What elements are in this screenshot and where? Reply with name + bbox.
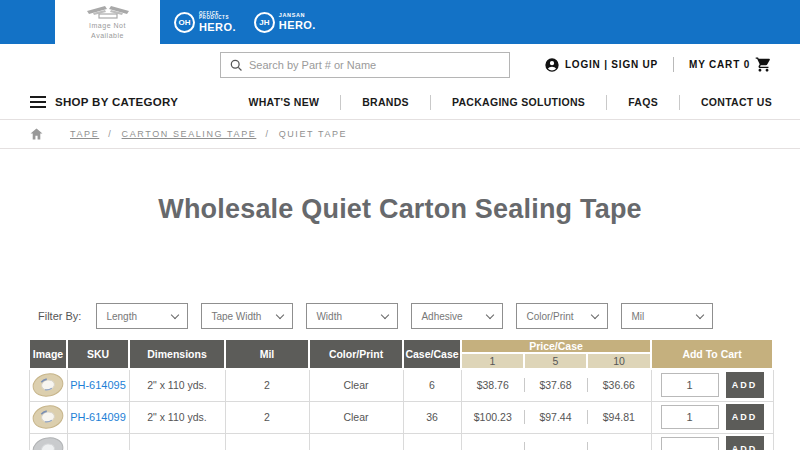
product-image[interactable]: [30, 404, 67, 430]
jansan-badge: JH: [254, 12, 275, 33]
user-icon: [544, 57, 560, 73]
filter-color-print[interactable]: Color/Print: [516, 303, 608, 329]
cell-dimensions: [129, 433, 225, 450]
filter-mil[interactable]: Mil: [621, 303, 713, 329]
filter-row: Filter By: Length Tape Width Width Adhes…: [0, 303, 800, 329]
filter-by-label: Filter By:: [38, 310, 81, 322]
search-input[interactable]: [249, 59, 501, 71]
quantity-input[interactable]: [661, 437, 719, 450]
shop-by-category-label: SHOP BY CATEGORY: [55, 96, 178, 108]
oph-badge: OH: [174, 12, 195, 33]
oph-line2: PRODUCTS: [199, 16, 236, 21]
nav-faqs[interactable]: FAQS: [607, 96, 679, 108]
product-image[interactable]: [30, 436, 67, 450]
filter-length[interactable]: Length: [96, 303, 188, 329]
quantity-input[interactable]: [661, 405, 719, 429]
header-row: LOGIN | SIGN UP MY CART 0: [0, 44, 800, 85]
home-icon[interactable]: [30, 128, 43, 140]
cart-icon: [755, 56, 772, 73]
cell-case-case: [403, 433, 461, 450]
top-brand-bar: Image Not Available OH OFFICE PRODUCTS H…: [0, 0, 800, 44]
table-row: PH-614099 2" x 110 yds. 2 Clear 36 $100.…: [29, 401, 773, 433]
col-case-case: Case/Case: [403, 339, 461, 369]
crumb-carton-sealing-tape[interactable]: CARTON SEALING TAPE: [122, 129, 257, 139]
breadcrumb-bar: TAPE / CARTON SEALING TAPE / QUIET TAPE: [0, 119, 800, 149]
filter-adhesive[interactable]: Adhesive: [411, 303, 503, 329]
chevron-down-icon: [171, 310, 179, 318]
filter-width[interactable]: Width: [306, 303, 398, 329]
cell-case-case: 36: [403, 401, 461, 433]
quantity-input[interactable]: [661, 373, 719, 397]
product-image[interactable]: [30, 372, 67, 398]
sku-link[interactable]: PH-614095: [70, 379, 126, 391]
office-products-hero-logo[interactable]: OH OFFICE PRODUCTS HERO.: [174, 12, 236, 33]
crumb-quiet-tape: QUIET TAPE: [279, 129, 348, 139]
cell-dimensions: 2" x 110 yds.: [129, 369, 225, 401]
filter-tape-width[interactable]: Tape Width: [201, 303, 293, 329]
cell-mil: 2: [225, 369, 309, 401]
jansan-hero-logo[interactable]: JH JANSAN HERO.: [254, 12, 316, 33]
cell-dimensions: 2" x 110 yds.: [129, 401, 225, 433]
add-button[interactable]: ADD: [726, 404, 764, 430]
cell-price-1: $38.76: [461, 369, 524, 401]
open-box-icon: [85, 4, 131, 20]
login-signup-link[interactable]: LOGIN | SIGN UP: [544, 57, 658, 73]
chevron-down-icon: [276, 310, 284, 318]
login-signup-label: LOGIN | SIGN UP: [565, 59, 658, 70]
my-cart-label: MY CART 0: [689, 59, 750, 70]
cell-mil: 2: [225, 401, 309, 433]
crumb-tape[interactable]: TAPE: [70, 129, 99, 139]
cell-mil: [225, 433, 309, 450]
col-color-print: Color/Print: [309, 339, 403, 369]
cell-color-print: [309, 433, 403, 450]
page-title: Wholesale Quiet Carton Sealing Tape: [0, 194, 800, 225]
col-dimensions: Dimensions: [129, 339, 225, 369]
cell-price-1: [461, 433, 524, 450]
site-logo[interactable]: Image Not Available: [55, 0, 160, 44]
breadcrumb: TAPE / CARTON SEALING TAPE / QUIET TAPE: [70, 129, 347, 139]
cell-price-5: $37.68: [524, 369, 587, 401]
product-table: Image SKU Dimensions Mil Color/Print Cas…: [28, 338, 774, 450]
col-sku: SKU: [67, 339, 129, 369]
tier-10: 10: [587, 353, 651, 369]
cell-price-5: [524, 433, 587, 450]
oph-line3: HERO.: [199, 22, 236, 33]
cell-price-5: $97.44: [524, 401, 587, 433]
jansan-line2: HERO.: [279, 20, 316, 31]
col-add-to-cart: Add To Cart: [651, 339, 773, 369]
cell-color-print: Clear: [309, 401, 403, 433]
cell-price-1: $100.23: [461, 401, 524, 433]
table-row: PH-614095 2" x 110 yds. 2 Clear 6 $38.76…: [29, 369, 773, 401]
main-nav: SHOP BY CATEGORY WHAT'S NEW BRANDS PACKA…: [0, 85, 800, 119]
table-row: ADD: [29, 433, 773, 450]
chevron-down-icon: [381, 310, 389, 318]
cell-case-case: 6: [403, 369, 461, 401]
tier-1: 1: [461, 353, 524, 369]
col-image: Image: [29, 339, 67, 369]
cell-price-10: [587, 433, 651, 450]
nav-brands[interactable]: BRANDS: [341, 96, 430, 108]
nav-whats-new[interactable]: WHAT'S NEW: [228, 96, 341, 108]
chevron-down-icon: [591, 310, 599, 318]
add-button[interactable]: ADD: [726, 436, 764, 450]
tier-5: 5: [524, 353, 587, 369]
nav-packaging-solutions[interactable]: PACKAGING SOLUTIONS: [431, 96, 606, 108]
chevron-down-icon: [696, 310, 704, 318]
shop-by-category-button[interactable]: SHOP BY CATEGORY: [30, 93, 178, 111]
col-mil: Mil: [225, 339, 309, 369]
nav-contact-us[interactable]: CONTACT US: [680, 96, 772, 108]
cell-price-10: $36.66: [587, 369, 651, 401]
my-cart-link[interactable]: MY CART 0: [689, 56, 772, 73]
cell-price-10: $94.81: [587, 401, 651, 433]
jansan-line1: JANSAN: [279, 13, 316, 19]
account-area: LOGIN | SIGN UP MY CART 0: [544, 44, 772, 85]
account-divider: [673, 57, 674, 72]
sku-link[interactable]: PH-614099: [70, 411, 126, 423]
add-button[interactable]: ADD: [726, 372, 764, 398]
hamburger-icon: [30, 93, 46, 111]
col-price-case: Price/Case: [461, 339, 651, 353]
image-not-available-label: Image Not Available: [76, 21, 140, 40]
search-box: [220, 52, 510, 78]
search-icon: [229, 58, 243, 72]
nav-links: WHAT'S NEW BRANDS PACKAGING SOLUTIONS FA…: [228, 95, 772, 110]
